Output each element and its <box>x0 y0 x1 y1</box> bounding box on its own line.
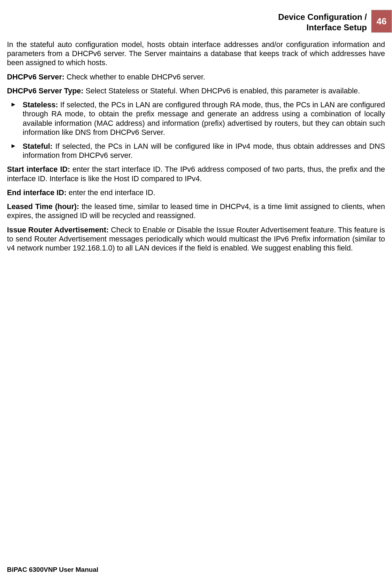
label-dhcpv6-server: DHCPv6 Server: <box>7 73 64 81</box>
bullet-list: Stateless: If selected, the PCs in LAN a… <box>23 100 385 160</box>
page-footer: BiPAC 6300VNP User Manual <box>7 566 98 574</box>
label-stateful: Stateful: <box>23 142 53 151</box>
text-dhcpv6-server: Check whether to enable DHCPv6 server. <box>64 73 205 81</box>
label-end-interface: End interface ID: <box>7 189 67 197</box>
bullet-stateful: Stateful: If selected, the PCs in LAN wi… <box>23 142 385 160</box>
label-dhcpv6-server-type: DHCPv6 Server Type: <box>7 87 83 95</box>
footer-text: BiPAC 6300VNP User Manual <box>7 566 98 573</box>
text-stateless: If selected, the PCs in LAN are configur… <box>23 101 385 137</box>
paragraph-end-interface: End interface ID: enter the end interfac… <box>7 188 385 197</box>
bullet-stateless: Stateless: If selected, the PCs in LAN a… <box>23 100 385 137</box>
text-dhcpv6-server-type: Select Stateless or Stateful. When DHCPv… <box>83 87 360 95</box>
page-number-box: 46 <box>371 10 392 33</box>
paragraph-dhcpv6-server: DHCPv6 Server: Check whether to enable D… <box>7 72 385 82</box>
paragraph-start-interface: Start interface ID: enter the start inte… <box>7 165 385 183</box>
paragraph-leased-time: Leased Time (hour): the leased time, sim… <box>7 202 385 220</box>
header-title-block: Device Configuration / Interface Setup <box>278 10 371 33</box>
page-header: Device Configuration / Interface Setup 4… <box>278 10 392 33</box>
content-area: In the stateful auto configuration model… <box>7 40 385 258</box>
paragraph-intro: In the stateful auto configuration model… <box>7 40 385 68</box>
label-start-interface: Start interface ID: <box>7 165 70 174</box>
label-stateless: Stateless: <box>23 101 58 109</box>
label-issue-router-adv: Issue Router Advertisement: <box>7 226 109 234</box>
paragraph-dhcpv6-server-type: DHCPv6 Server Type: Select Stateless or … <box>7 86 385 95</box>
label-leased-time: Leased Time (hour): <box>7 202 79 211</box>
page-number: 46 <box>377 16 387 27</box>
header-title-line1: Device Configuration / <box>278 12 367 22</box>
header-title-line2: Interface Setup <box>278 22 367 33</box>
text-end-interface: enter the end interface ID. <box>67 189 155 197</box>
paragraph-issue-router-adv: Issue Router Advertisement: Check to Ena… <box>7 225 385 253</box>
text-stateful: If selected, the PCs in LAN will be conf… <box>23 142 385 160</box>
